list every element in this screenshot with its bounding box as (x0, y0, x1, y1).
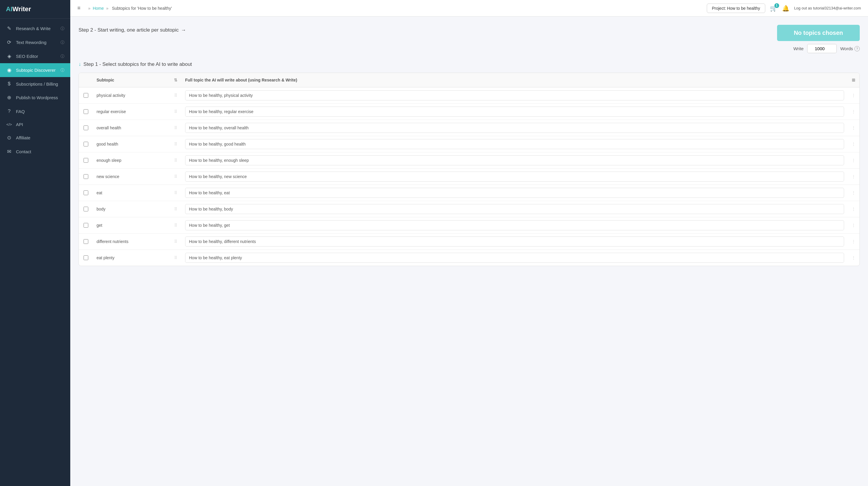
drag-icon-3[interactable]: ⠿ (170, 139, 182, 149)
row-action-4: ⋮ (848, 155, 860, 165)
subtopic-name-3: good health (93, 139, 170, 149)
row-checkbox-7[interactable] (84, 207, 88, 211)
table-body: physical activity ⠿ ⋮ regular exercise ⠿… (79, 87, 860, 266)
full-topic-cell-8[interactable] (182, 217, 848, 233)
drag-icon-2[interactable]: ⠿ (170, 123, 182, 133)
full-topic-cell-5[interactable] (182, 169, 848, 185)
drag-icon-5[interactable]: ⠿ (170, 171, 182, 182)
row-checkbox-10[interactable] (84, 255, 88, 260)
subtopic-name-6: eat (93, 187, 170, 198)
subtopic-discoverer-help-icon[interactable]: ⓘ (61, 68, 64, 73)
drag-icon-8[interactable]: ⠿ (170, 220, 182, 231)
row-checkbox-4[interactable] (84, 158, 88, 163)
full-topic-input-0[interactable] (185, 90, 844, 100)
sidebar: AIWriter ✎ Research & Write ⓘ ⟳ Text Rew… (0, 0, 70, 486)
sidebar-item-publish-wordpress[interactable]: ⊕ Publish to Wordpress (0, 91, 70, 104)
project-button[interactable]: Project: How to be healthy (707, 4, 765, 13)
seo-editor-help-icon[interactable]: ⓘ (61, 54, 64, 59)
checkbox-cell-8[interactable] (79, 220, 93, 231)
drag-icon-6[interactable]: ⠿ (170, 187, 182, 198)
sidebar-item-seo-editor[interactable]: ◈ SEO Editor ⓘ (0, 49, 70, 63)
checkbox-cell-2[interactable] (79, 123, 93, 133)
checkbox-cell-9[interactable] (79, 236, 93, 247)
sidebar-item-research-write[interactable]: ✎ Research & Write ⓘ (0, 22, 70, 35)
full-topic-cell-1[interactable] (182, 103, 848, 120)
row-checkbox-5[interactable] (84, 174, 88, 179)
th-sort: ⇅ (170, 76, 182, 84)
row-checkbox-2[interactable] (84, 125, 88, 130)
full-topic-input-8[interactable] (185, 220, 844, 230)
sidebar-item-contact[interactable]: ✉ Contact (0, 145, 70, 158)
sidebar-item-label: Contact (16, 149, 31, 154)
notifications-icon[interactable]: 🛒 1 (770, 5, 777, 12)
full-topic-cell-2[interactable] (182, 120, 848, 136)
breadcrumb-home[interactable]: Home (93, 6, 104, 11)
row-action-10: ⋮ (848, 252, 860, 263)
drag-icon-10[interactable]: ⠿ (170, 252, 182, 263)
row-checkbox-3[interactable] (84, 142, 88, 147)
checkbox-cell-6[interactable] (79, 187, 93, 198)
sidebar-item-text-rewording[interactable]: ⟳ Text Rewording ⓘ (0, 35, 70, 49)
sidebar-item-api[interactable]: </> API (0, 118, 70, 131)
sidebar-item-label: Text Rewording (16, 40, 46, 45)
row-checkbox-9[interactable] (84, 239, 88, 244)
user-info[interactable]: Log out as tutorial32134@ai-writer.com (794, 6, 861, 10)
full-topic-input-1[interactable] (185, 107, 844, 117)
cart-badge: 1 (774, 3, 779, 8)
drag-icon-9[interactable]: ⠿ (170, 236, 182, 247)
row-action-1: ⋮ (848, 106, 860, 117)
sidebar-item-subtopic-discoverer[interactable]: ◉ Subtopic Discoverer ⓘ (0, 63, 70, 77)
breadcrumb-current: Subtopics for 'How to be healthy' (112, 6, 172, 11)
row-checkbox-1[interactable] (84, 109, 88, 114)
sidebar-item-label: Research & Write (16, 26, 51, 31)
checkbox-cell-7[interactable] (79, 204, 93, 214)
sidebar-item-label: FAQ (16, 109, 25, 114)
drag-icon-7[interactable]: ⠿ (170, 204, 182, 214)
checkbox-cell-3[interactable] (79, 139, 93, 149)
words-help-icon[interactable]: ? (855, 46, 860, 51)
checkbox-cell-5[interactable] (79, 171, 93, 182)
full-topic-cell-0[interactable] (182, 87, 848, 103)
full-topic-cell-3[interactable] (182, 136, 848, 152)
table-row: get ⠿ ⋮ (79, 217, 860, 234)
full-topic-cell-7[interactable] (182, 201, 848, 217)
full-topic-input-10[interactable] (185, 253, 844, 263)
full-topic-input-3[interactable] (185, 139, 844, 149)
checkbox-cell-0[interactable] (79, 90, 93, 101)
sidebar-item-subscriptions-billing[interactable]: $ Subscriptions / Billing (0, 77, 70, 91)
sidebar-item-affiliate[interactable]: ⊙ Affiliate (0, 131, 70, 145)
checkbox-cell-1[interactable] (79, 106, 93, 117)
drag-icon-1[interactable]: ⠿ (170, 106, 182, 117)
row-checkbox-8[interactable] (84, 223, 88, 227)
full-topic-input-4[interactable] (185, 155, 844, 165)
checkbox-cell-10[interactable] (79, 252, 93, 263)
sidebar-item-faq[interactable]: ? FAQ (0, 104, 70, 118)
full-topic-cell-4[interactable] (182, 152, 848, 168)
checkbox-cell-4[interactable] (79, 155, 93, 165)
full-topic-cell-6[interactable] (182, 185, 848, 201)
menu-icon[interactable]: ≡ (78, 5, 81, 11)
full-topic-cell-10[interactable] (182, 250, 848, 266)
seo-editor-icon: ◈ (6, 53, 12, 59)
full-topic-input-5[interactable] (185, 172, 844, 182)
words-input[interactable] (807, 44, 837, 53)
no-topics-button[interactable]: No topics chosen (777, 25, 860, 41)
page-body: Step 2 - Start writing, one article per … (70, 17, 868, 486)
full-topic-input-7[interactable] (185, 204, 844, 214)
full-topic-input-6[interactable] (185, 188, 844, 198)
subtopic-name-2: overall health (93, 123, 170, 133)
row-checkbox-6[interactable] (84, 190, 88, 195)
api-icon: </> (6, 122, 12, 127)
row-action-8: ⋮ (848, 220, 860, 231)
full-topic-input-9[interactable] (185, 237, 844, 247)
full-topic-input-2[interactable] (185, 123, 844, 133)
text-rewording-help-icon[interactable]: ⓘ (61, 40, 64, 45)
drag-icon-0[interactable]: ⠿ (170, 90, 182, 101)
drag-icon-4[interactable]: ⠿ (170, 155, 182, 165)
words-text: Words (840, 46, 853, 51)
row-checkbox-0[interactable] (84, 93, 88, 98)
bell-icon[interactable]: 🔔 (782, 5, 789, 12)
full-topic-cell-9[interactable] (182, 234, 848, 249)
main-content: ≡ » Home » Subtopics for 'How to be heal… (70, 0, 868, 486)
research-write-help-icon[interactable]: ⓘ (61, 26, 64, 31)
